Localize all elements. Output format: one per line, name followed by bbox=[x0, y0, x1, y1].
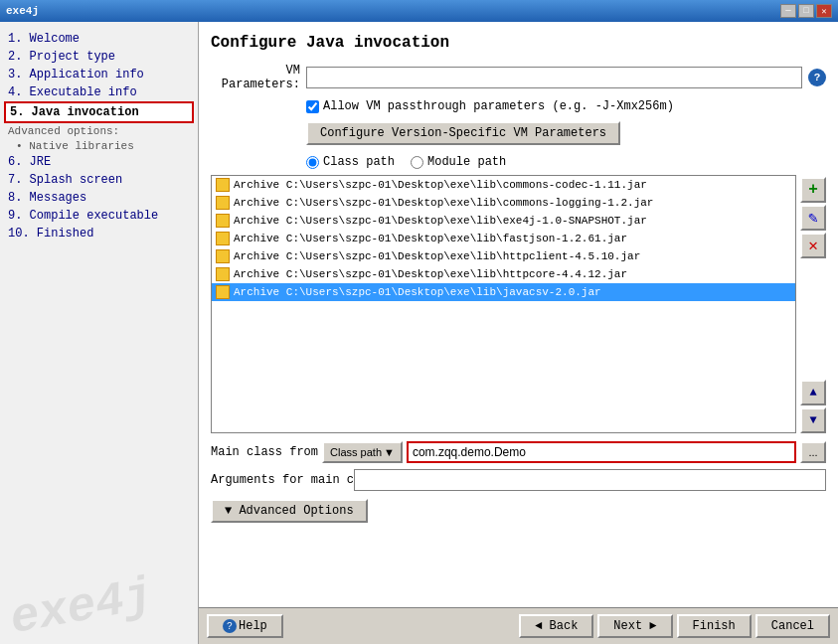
classpath-item-label: Archive C:\Users\szpc-01\Desktop\exe\lib… bbox=[234, 268, 627, 280]
help-icon: ? bbox=[223, 619, 237, 633]
help-button[interactable]: ? Help bbox=[207, 614, 283, 638]
classpath-item-6[interactable]: Archive C:\Users\szpc-01\Desktop\exe\lib… bbox=[212, 283, 795, 301]
sidebar-item-welcome[interactable]: 1. Welcome bbox=[4, 30, 194, 48]
sidebar-item-finished[interactable]: 10. Finished bbox=[4, 225, 194, 242]
classpath-item-label: Archive C:\Users\szpc-01\Desktop\exe\lib… bbox=[234, 179, 647, 191]
page-title: Configure Java invocation bbox=[211, 34, 826, 52]
side-buttons: + ✎ ✕ ▲ ▼ bbox=[800, 175, 826, 433]
edit-entry-button[interactable]: ✎ bbox=[800, 205, 826, 231]
vm-params-row: VM Parameters: ? bbox=[211, 64, 826, 91]
main-class-dropdown[interactable]: Class path ▼ bbox=[322, 441, 403, 463]
modulepath-radio-item: Module path bbox=[411, 155, 506, 169]
main-class-row: Main class from Class path ▼ ... bbox=[211, 441, 826, 463]
classpath-item-label: Archive C:\Users\szpc-01\Desktop\exe\lib… bbox=[234, 215, 647, 227]
add-entry-button[interactable]: + bbox=[800, 177, 826, 203]
classpath-item-label: Archive C:\Users\szpc-01\Desktop\exe\lib… bbox=[234, 233, 627, 244]
archive-icon bbox=[216, 178, 230, 192]
advanced-options-button[interactable]: ▼ Advanced Options bbox=[211, 499, 368, 523]
sidebar: 1. Welcome 2. Project type 3. Applicatio… bbox=[0, 22, 199, 644]
classpath-radio[interactable] bbox=[306, 156, 319, 169]
main-class-browse-button[interactable]: ... bbox=[800, 441, 826, 463]
classpath-item-1[interactable]: Archive C:\Users\szpc-01\Desktop\exe\lib… bbox=[212, 194, 795, 212]
dropdown-arrow-icon: ▼ bbox=[384, 446, 395, 458]
path-type-radio-row: Class path Module path bbox=[306, 155, 826, 169]
archive-icon bbox=[216, 267, 230, 281]
sidebar-item-java-invocation[interactable]: 5. Java invocation bbox=[4, 101, 194, 123]
classpath-item-label: Archive C:\Users\szpc-01\Desktop\exe\lib… bbox=[234, 197, 653, 209]
titlebar-buttons: ─ □ ✕ bbox=[780, 4, 832, 18]
archive-icon bbox=[216, 285, 230, 299]
sidebar-item-executable-info[interactable]: 4. Executable info bbox=[4, 83, 194, 101]
vm-params-help-icon[interactable]: ? bbox=[808, 69, 826, 86]
archive-icon bbox=[216, 196, 230, 210]
main-class-input[interactable] bbox=[407, 441, 796, 463]
close-button[interactable]: ✕ bbox=[816, 4, 832, 18]
help-btn-row: ? Help bbox=[207, 614, 283, 638]
args-input[interactable] bbox=[354, 469, 826, 491]
classpath-container: Archive C:\Users\szpc-01\Desktop\exe\lib… bbox=[211, 175, 826, 433]
main-class-label: Main class from bbox=[211, 445, 318, 459]
args-label: Arguments for main class: bbox=[211, 473, 350, 487]
modulepath-radio[interactable] bbox=[411, 156, 423, 169]
configure-vm-params-button[interactable]: Configure Version-Specific VM Parameters bbox=[306, 121, 620, 145]
remove-entry-button[interactable]: ✕ bbox=[800, 233, 826, 258]
content-area: Configure Java invocation VM Parameters:… bbox=[199, 22, 838, 607]
finish-button[interactable]: Finish bbox=[677, 614, 752, 638]
classpath-radio-label: Class path bbox=[323, 155, 395, 169]
modulepath-radio-label: Module path bbox=[427, 155, 506, 169]
classpath-item-2[interactable]: Archive C:\Users\szpc-01\Desktop\exe\lib… bbox=[212, 212, 795, 230]
classpath-item-label: Archive C:\Users\szpc-01\Desktop\exe\lib… bbox=[234, 286, 601, 298]
move-up-button[interactable]: ▲ bbox=[800, 380, 826, 405]
vm-params-input[interactable] bbox=[306, 67, 802, 88]
classpath-list[interactable]: Archive C:\Users\szpc-01\Desktop\exe\lib… bbox=[211, 175, 796, 433]
sidebar-item-project-type[interactable]: 2. Project type bbox=[4, 48, 194, 66]
sidebar-item-splash-screen[interactable]: 7. Splash screen bbox=[4, 171, 194, 189]
classpath-radio-item: Class path bbox=[306, 155, 395, 169]
sidebar-item-jre[interactable]: 6. JRE bbox=[4, 153, 194, 171]
sidebar-item-application-info[interactable]: 3. Application info bbox=[4, 66, 194, 83]
sidebar-item-compile-executable[interactable]: 9. Compile executable bbox=[4, 207, 194, 225]
classpath-item-5[interactable]: Archive C:\Users\szpc-01\Desktop\exe\lib… bbox=[212, 265, 795, 283]
move-down-button[interactable]: ▼ bbox=[800, 407, 826, 433]
archive-icon bbox=[216, 232, 230, 245]
watermark: exe4j bbox=[6, 568, 156, 644]
help-label: Help bbox=[239, 619, 267, 633]
configure-btn-row: Configure Version-Specific VM Parameters bbox=[306, 121, 826, 145]
classpath-item-3[interactable]: Archive C:\Users\szpc-01\Desktop\exe\lib… bbox=[212, 230, 795, 247]
sidebar-subitem-native-libraries[interactable]: • Native libraries bbox=[4, 139, 194, 153]
vm-params-label: VM Parameters: bbox=[211, 64, 300, 91]
window-title: exe4j bbox=[6, 5, 39, 17]
titlebar: exe4j ─ □ ✕ bbox=[0, 0, 838, 22]
maximize-button[interactable]: □ bbox=[798, 4, 814, 18]
args-row: Arguments for main class: bbox=[211, 469, 826, 491]
passthrough-checkbox[interactable] bbox=[306, 100, 319, 113]
nav-buttons: ◄ Back Next ► Finish Cancel bbox=[519, 614, 830, 638]
sidebar-item-messages[interactable]: 8. Messages bbox=[4, 189, 194, 207]
back-button[interactable]: ◄ Back bbox=[519, 614, 593, 638]
classpath-item-0[interactable]: Archive C:\Users\szpc-01\Desktop\exe\lib… bbox=[212, 176, 795, 194]
cancel-button[interactable]: Cancel bbox=[755, 614, 830, 638]
archive-icon bbox=[216, 214, 230, 228]
advanced-options-label: Advanced options: bbox=[4, 123, 194, 139]
next-button[interactable]: Next ► bbox=[597, 614, 672, 638]
passthrough-checkbox-row: Allow VM passthrough parameters (e.g. -J… bbox=[306, 99, 826, 113]
passthrough-label: Allow VM passthrough parameters (e.g. -J… bbox=[323, 99, 674, 113]
classpath-item-label: Archive C:\Users\szpc-01\Desktop\exe\lib… bbox=[234, 250, 640, 262]
dropdown-label: Class path bbox=[330, 446, 382, 458]
classpath-item-4[interactable]: Archive C:\Users\szpc-01\Desktop\exe\lib… bbox=[212, 247, 795, 265]
advanced-btn-row: ▼ Advanced Options bbox=[211, 499, 826, 523]
minimize-button[interactable]: ─ bbox=[780, 4, 796, 18]
archive-icon bbox=[216, 249, 230, 263]
bottom-nav: ? Help ◄ Back Next ► Finish Cancel bbox=[199, 607, 838, 644]
